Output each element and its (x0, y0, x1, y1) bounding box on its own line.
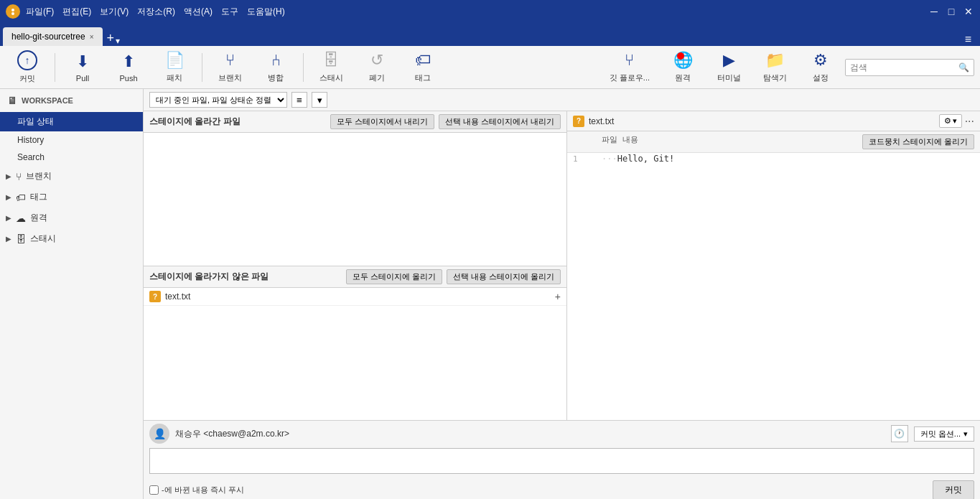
sidebar-item-search[interactable]: Search (0, 149, 143, 166)
sidebar-section-remote[interactable]: ▶ ☁ 원격 (0, 207, 143, 228)
diff-line-1: 1 ···Hello, Git! (567, 153, 980, 164)
left-panels: 스테이지에 올라간 파일 모두 스테이지에서 내리기 선택 내용 스테이지에서 … (144, 111, 567, 420)
stash-sidebar-label: 스태시 (30, 233, 56, 245)
selected-stage-button[interactable]: 선택 내용 스테이지에 올리기 (447, 269, 561, 284)
commit-message-input[interactable] (149, 448, 974, 474)
menu-tools[interactable]: 도구 (221, 6, 238, 18)
branch-button[interactable]: ⑂ 브랜치 (208, 48, 251, 86)
menu-repo[interactable]: 저장소(R) (137, 6, 175, 18)
right-panel: ? text.txt ⚙ ▾ ··· 파일 내용 코드뭉치 스테이지에 (567, 111, 980, 420)
diff-settings-button[interactable]: ⚙ ▾ (939, 114, 962, 128)
gear-icon: ⚙ (944, 116, 951, 126)
sidebar-section-stash[interactable]: ▶ 🗄 스태시 (0, 228, 143, 249)
stash-icon: 🗄 (323, 51, 339, 70)
explorer-label: 탐색기 (763, 73, 787, 83)
workspace-section: 🖥 WORKSPACE (0, 89, 143, 112)
push-checkbox[interactable] (149, 485, 159, 495)
sidebar-section-tags[interactable]: ▶ 🏷 태그 (0, 187, 143, 207)
commit-button[interactable]: ↑ 커밋 (6, 47, 49, 87)
branches-icon: ⑂ (16, 171, 22, 182)
diff-more-button[interactable]: ··· (965, 115, 974, 128)
diff-column-header: 파일 내용 코드뭉치 스테이지에 올리기 (567, 131, 980, 153)
menu-file[interactable]: 파일(F) (26, 6, 54, 18)
diff-line-number: 1 (573, 154, 602, 164)
selected-unstage-button[interactable]: 선택 내용 스테이지에서 내리기 (439, 114, 561, 129)
commit-label: 커밋 (19, 73, 35, 84)
hamburger-menu-button[interactable]: ≡ (965, 33, 971, 46)
file-add-icon[interactable]: + (555, 291, 561, 302)
workspace-label: WORKSPACE (22, 96, 73, 105)
terminal-button[interactable]: ▶ 터미널 (707, 48, 750, 86)
sidebar-item-history[interactable]: History (0, 131, 143, 149)
discard-label: 폐기 (369, 73, 385, 83)
minimize-button[interactable]: ─ (928, 6, 940, 17)
explorer-icon: 📁 (765, 51, 785, 70)
diff-filename: text.txt (589, 116, 935, 126)
diff-header: ? text.txt ⚙ ▾ ··· (567, 111, 980, 131)
pull-button[interactable]: ⬇ Pull (61, 50, 104, 85)
menu-view[interactable]: 보기(V) (100, 6, 129, 18)
merge-label: 병합 (268, 73, 284, 83)
sort-select[interactable]: 대기 중인 파일, 파일 상태순 정렬 (149, 92, 287, 108)
menu-edit[interactable]: 편집(E) (62, 6, 91, 18)
tags-arrow-icon: ▶ (6, 193, 11, 201)
terminal-label: 터미널 (717, 73, 741, 83)
tag-icon: 🏷 (415, 51, 431, 70)
menu-help[interactable]: 도움말(H) (247, 6, 285, 18)
patch-icon: 📄 (165, 51, 185, 70)
global-search-bar[interactable]: 🔍 (845, 59, 974, 76)
list-view-button[interactable]: ≡ (291, 92, 307, 108)
merge-button[interactable]: ⑃ 병합 (254, 48, 297, 86)
menu-action[interactable]: 액션(A) (184, 6, 213, 18)
commit-time-button[interactable]: 🕐 (891, 425, 908, 442)
push-button[interactable]: ⬆ Push (107, 50, 150, 85)
settings-button[interactable]: ⚙ 설정 (799, 48, 842, 86)
app-logo (6, 4, 20, 19)
stash-button[interactable]: 🗄 스태시 (309, 48, 353, 86)
commit-options-arrow-icon: ▾ (963, 429, 968, 439)
pull-icon: ⬇ (76, 52, 89, 71)
patch-button[interactable]: 📄 패치 (153, 48, 196, 86)
explorer-button[interactable]: 📁 탐색기 (753, 48, 796, 86)
diff-line-content: ···Hello, Git! (602, 154, 674, 164)
maximize-button[interactable]: □ (946, 6, 957, 17)
commit-options-button[interactable]: 커밋 옵션... ▾ (914, 426, 974, 442)
discard-icon: ↺ (370, 51, 383, 70)
list-view-dropdown-button[interactable]: ▾ (312, 92, 327, 108)
tab-hello-git[interactable]: hello-git-sourcetree × (3, 27, 103, 46)
git-flow-button[interactable]: ⑂ 깃 플로우... (601, 48, 658, 86)
diff-actions: ⚙ ▾ ··· (939, 114, 974, 128)
menu-bar[interactable]: 파일(F) 편집(E) 보기(V) 저장소(R) 액션(A) 도구 도움말(H) (26, 6, 928, 18)
toolbar-separator-3 (303, 53, 304, 82)
svg-point-2 (11, 12, 14, 15)
git-flow-label: 깃 플로우... (610, 73, 650, 83)
commit-options-label: 커밋 옵션... (920, 429, 961, 439)
sidebar-item-file-status[interactable]: 파일 상태 (0, 112, 143, 131)
commit-message-area[interactable] (144, 447, 980, 477)
merge-icon: ⑃ (271, 51, 281, 70)
sidebar-section-branches[interactable]: ▶ ⑂ 브랜치 (0, 166, 143, 187)
unstaged-title: 스테이지에 올라가지 않은 파일 (149, 271, 342, 283)
search-icon: 🔍 (958, 62, 969, 73)
terminal-icon: ▶ (723, 51, 735, 70)
tag-button[interactable]: 🏷 태그 (401, 48, 444, 86)
tab-dropdown-button[interactable]: ▾ (116, 36, 120, 46)
branches-arrow-icon: ▶ (6, 172, 11, 180)
close-button[interactable]: ✕ (963, 6, 974, 17)
toolbar-right: ⑂ 깃 플로우... 🌐 원격 ▶ 터미널 📁 탐색기 ⚙ 설정 🔍 (601, 48, 974, 86)
global-search-input[interactable] (850, 62, 958, 73)
settings-icon: ⚙ (813, 51, 828, 70)
commit-button-footer[interactable]: 커밋 (933, 480, 974, 499)
all-unstage-button[interactable]: 모두 스테이지에서 내리기 (330, 114, 434, 129)
tab-close-button[interactable]: × (90, 33, 94, 41)
all-stage-button[interactable]: 모두 스테이지에 올리기 (346, 269, 442, 284)
remote-button[interactable]: 🌐 원격 (661, 48, 704, 86)
staged-panel: 스테이지에 올라간 파일 모두 스테이지에서 내리기 선택 내용 스테이지에서 … (144, 111, 566, 266)
commit-icon: ↑ (17, 50, 37, 70)
discard-button[interactable]: ↺ 폐기 (355, 48, 398, 86)
new-tab-button[interactable]: + (107, 31, 115, 46)
svg-point-1 (11, 9, 14, 11)
user-name: 채승우 <chaesw@a2m.co.kr> (175, 428, 885, 440)
file-item-text-txt[interactable]: ? text.txt + (144, 288, 566, 306)
stage-chunk-button[interactable]: 코드뭉치 스테이지에 올리기 (862, 134, 974, 149)
